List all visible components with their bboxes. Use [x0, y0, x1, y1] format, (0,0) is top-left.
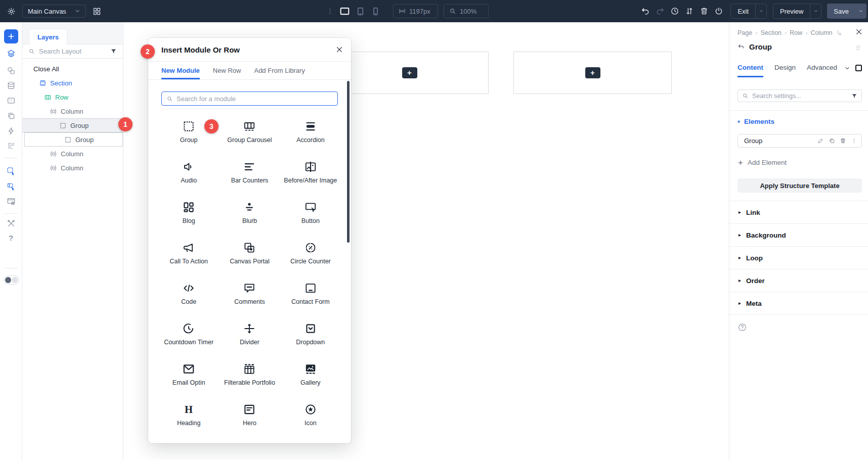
breadcrumb-section[interactable]: Section [760, 29, 782, 36]
desktop-view-icon[interactable] [339, 6, 350, 17]
modal-scrollbar[interactable] [347, 81, 350, 243]
history-icon[interactable] [670, 7, 679, 16]
elements-section-header[interactable]: ▾ Elements [737, 118, 774, 125]
insert-row-icon[interactable] [6, 181, 16, 191]
help-icon[interactable] [737, 323, 747, 332]
edit-icon[interactable] [817, 137, 824, 144]
id-card-icon[interactable] [7, 96, 16, 105]
tablet-view-icon[interactable] [356, 7, 365, 16]
layer-item-row[interactable]: Row [22, 90, 123, 104]
zoom-input[interactable] [460, 8, 483, 15]
module-item-filterable-portfolio[interactable]: Filterable Portfolio [219, 355, 280, 395]
module-item-heading[interactable]: HHeading [158, 395, 219, 436]
add-element-button[interactable]: Add Element [737, 159, 787, 166]
section-order[interactable]: ▸Order [729, 269, 868, 292]
settings-search-input[interactable] [752, 93, 848, 100]
layer-item-column[interactable]: Column [22, 104, 123, 118]
design-shapes-icon[interactable] [7, 66, 16, 75]
breadcrumb-column[interactable]: Column [810, 29, 832, 36]
module-item-button[interactable]: Button [280, 193, 341, 234]
canvas-options-kebab-icon[interactable] [326, 8, 334, 15]
module-item-contact-form[interactable]: Contact Form [280, 274, 341, 314]
layer-item-column[interactable]: Column [22, 161, 123, 175]
tab-new-module[interactable]: New Module [161, 62, 200, 79]
duplicate-icon[interactable] [829, 137, 835, 144]
tools-icon[interactable] [7, 219, 16, 228]
lightning-icon[interactable] [7, 126, 16, 135]
add-module-button[interactable]: + [585, 67, 600, 78]
grid-view-icon[interactable] [93, 7, 101, 16]
section-loop[interactable]: ▸Loop [729, 247, 868, 269]
canvas-width-input[interactable] [409, 8, 432, 15]
redo-icon[interactable] [656, 7, 665, 16]
builder-settings-gear-icon[interactable] [7, 7, 16, 16]
exit-button[interactable]: Exit [730, 4, 767, 19]
module-item-accordion[interactable]: Accordion [280, 112, 341, 153]
module-item-canvas-portal[interactable]: Canvas Portal [219, 234, 280, 274]
more-options-icon[interactable] [851, 137, 857, 144]
close-settings-button[interactable] [855, 28, 863, 36]
help-icon[interactable]: ? [9, 234, 13, 242]
module-item-circle-counter[interactable]: Circle Counter [280, 234, 341, 274]
canvas-selector[interactable]: Main Canvas [22, 5, 86, 18]
layers-search-input[interactable] [39, 48, 106, 55]
panel-drag-handle-icon[interactable] [854, 44, 862, 52]
builder-mode-toggle[interactable] [4, 275, 19, 285]
module-item-code[interactable]: Code [158, 274, 219, 314]
back-arrow-icon[interactable] [737, 43, 745, 51]
insert-module-icon[interactable] [6, 166, 16, 176]
apply-structure-template-button[interactable]: Apply Structure Template [737, 178, 862, 193]
module-search-input[interactable] [177, 95, 333, 103]
chevron-down-icon[interactable] [813, 9, 818, 14]
add-new-button[interactable] [4, 29, 18, 43]
filter-icon[interactable] [851, 93, 857, 99]
layer-item-group[interactable]: Group [22, 118, 123, 132]
tab-layers[interactable]: Layers [29, 29, 67, 44]
module-item-blog[interactable]: Blog [158, 193, 219, 234]
module-item-hero[interactable]: Hero [219, 395, 280, 436]
element-row-group[interactable]: Group [737, 134, 862, 148]
layer-item-column[interactable]: Column [22, 147, 123, 161]
phone-view-icon[interactable] [371, 7, 380, 16]
module-item-call-to-action[interactable]: Call To Action [158, 234, 219, 274]
settings-tab-advanced[interactable]: Advanced [807, 61, 837, 77]
layer-item-section[interactable]: Section [22, 76, 123, 90]
close-modal-button[interactable] [335, 45, 343, 54]
trash-icon[interactable] [700, 7, 709, 16]
chevron-down-icon[interactable] [759, 9, 764, 14]
preview-button[interactable]: Preview [773, 4, 821, 19]
power-icon[interactable] [714, 7, 723, 16]
module-item-blurb[interactable]: Blurb [219, 193, 280, 234]
module-item-icon[interactable]: Icon [280, 395, 341, 436]
module-item-countdown-timer[interactable]: Countdown Timer [158, 314, 219, 355]
sort-arrows-icon[interactable] [685, 7, 694, 16]
module-item-bar-counters[interactable]: Bar Counters [219, 153, 280, 193]
database-icon[interactable] [7, 81, 16, 90]
module-settings-icon[interactable] [6, 197, 16, 206]
chevron-down-icon[interactable] [858, 9, 863, 14]
module-item-group-carousel[interactable]: Group Carousel [219, 112, 280, 153]
section-meta[interactable]: ▸Meta [729, 292, 868, 315]
tab-add-from-library[interactable]: Add From Library [254, 62, 305, 79]
breadcrumb-row[interactable]: Row [790, 29, 802, 36]
module-item-gallery[interactable]: Gallery [280, 355, 341, 395]
module-item-dropdown[interactable]: Dropdown [280, 314, 341, 355]
close-all-button[interactable]: Close All [22, 62, 123, 76]
filter-icon[interactable] [110, 48, 117, 55]
module-item-email-optin[interactable]: Email Optin [158, 355, 219, 395]
undo-icon[interactable] [641, 7, 650, 16]
copy-pages-icon[interactable] [7, 111, 16, 120]
module-item-divider[interactable]: Divider [219, 314, 280, 355]
tabs-more-chevron-icon[interactable] [844, 65, 850, 71]
delete-icon[interactable] [840, 137, 846, 144]
breadcrumb-page[interactable]: Page [737, 29, 752, 36]
module-item-comments[interactable]: Comments [219, 274, 280, 314]
tab-new-row[interactable]: New Row [213, 62, 241, 79]
section-background[interactable]: ▸Background [729, 224, 868, 247]
save-button[interactable]: Save [827, 4, 866, 19]
zoom-control[interactable] [444, 4, 489, 18]
section-link[interactable]: ▸Link [729, 201, 868, 224]
module-item-audio[interactable]: Audio [158, 153, 219, 193]
preview-square-icon[interactable] [855, 65, 862, 71]
settings-tab-content[interactable]: Content [737, 61, 763, 77]
